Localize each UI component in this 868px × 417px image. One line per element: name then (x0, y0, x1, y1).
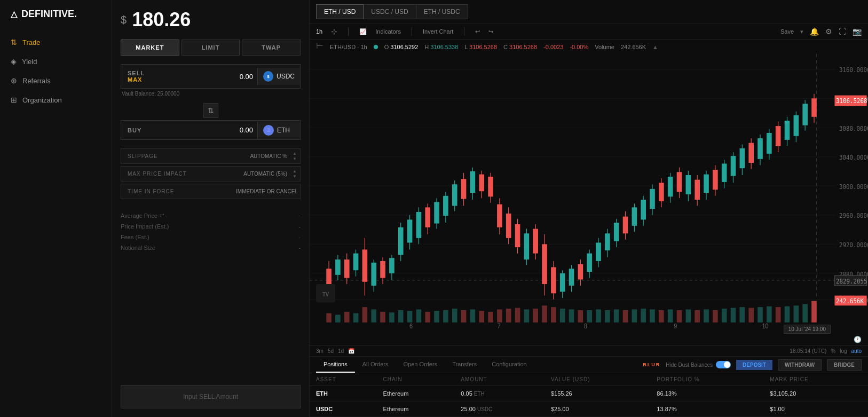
svg-rect-91 (677, 172, 682, 192)
svg-rect-73 (596, 242, 601, 261)
invert-chart-label[interactable]: Invert Chart (423, 28, 453, 35)
chart-area[interactable]: 3160.0000 3120.0000 3080.0000 3040.0000 … (310, 54, 868, 345)
save-label[interactable]: Save (780, 28, 794, 35)
tf-1d[interactable]: 1d (338, 348, 344, 354)
tab-positions[interactable]: Positions (316, 357, 355, 373)
svg-text:3040.0000: 3040.0000 (839, 153, 868, 161)
swap-direction-button[interactable]: ⇅ (203, 103, 218, 118)
svg-rect-130 (398, 310, 404, 322)
slippage-arrows[interactable]: ▲ ▼ (289, 151, 300, 162)
svg-rect-161 (677, 310, 682, 322)
asset-cell: ETH (310, 386, 377, 402)
svg-rect-122 (326, 313, 332, 322)
sell-input[interactable] (159, 67, 257, 86)
svg-rect-15 (335, 259, 341, 275)
scale-pct[interactable]: % (831, 348, 835, 354)
svg-rect-171 (767, 306, 772, 322)
svg-rect-71 (587, 254, 592, 272)
scale-auto[interactable]: auto (851, 348, 862, 354)
bottom-panel: Positions All Orders Open Orders Transfe… (310, 356, 868, 417)
chart-tab-eth-usd[interactable]: ETH / USD (316, 4, 364, 19)
svg-rect-132 (416, 309, 422, 322)
submit-button[interactable]: Input SELL Amount (121, 385, 301, 408)
svg-rect-145 (533, 309, 538, 322)
app-title: DEFINITIVE. (21, 9, 77, 20)
camera-icon[interactable]: 📷 (853, 27, 862, 36)
svg-rect-23 (371, 263, 376, 286)
fullscreen-icon[interactable]: ⛶ (839, 27, 846, 36)
tf-5d[interactable]: 5d (328, 348, 334, 354)
svg-rect-152 (596, 309, 601, 322)
svg-rect-19 (353, 254, 359, 271)
svg-text:2920.0000: 2920.0000 (839, 241, 868, 249)
svg-rect-169 (748, 308, 754, 322)
slippage-down-arrow[interactable]: ▼ (293, 156, 297, 162)
max-price-impact-up-arrow[interactable]: ▲ (293, 169, 297, 174)
withdraw-button[interactable]: WITHDRAW (778, 359, 822, 371)
svg-rect-83 (641, 200, 646, 219)
chart-time-icon: 🕐 (854, 336, 862, 343)
svg-rect-37 (434, 202, 439, 223)
deposit-button[interactable]: DEPOSIT (736, 360, 772, 370)
svg-rect-147 (551, 307, 556, 322)
buy-token-selector[interactable]: Ξ ETH (257, 122, 300, 139)
svg-rect-17 (344, 259, 350, 278)
scale-log[interactable]: log (840, 348, 847, 354)
bridge-button[interactable]: BRIDGE (827, 359, 862, 371)
col-value-usd: VALUE (USD) (545, 373, 650, 386)
notional-size-value: - (298, 245, 301, 251)
hide-dust-toggle[interactable] (716, 361, 731, 368)
alert-icon[interactable]: 🔔 (810, 27, 819, 36)
sell-token-label: USDC (277, 73, 295, 80)
tab-all-orders[interactable]: All Orders (355, 357, 396, 373)
col-portfolio-pct: PORTFOLIO % (650, 373, 763, 386)
buy-input[interactable] (159, 121, 257, 139)
sidebar: △ DEFINITIVE. ⇅ Trade ◈ Yield ⊕ Referral… (0, 0, 112, 417)
timeframe-1h[interactable]: 1h (316, 28, 322, 35)
chart-icon-crosshair[interactable]: ⊹ (331, 27, 337, 36)
undo-icon[interactable]: ↩ (475, 28, 480, 35)
chart-tab-usdc-usd[interactable]: USDC / USD (364, 4, 416, 19)
indicators-label[interactable]: Indicators (375, 28, 401, 35)
sidebar-item-referrals[interactable]: ⊕ Referrals (0, 71, 112, 90)
sell-max-label[interactable]: MAX (128, 76, 142, 83)
svg-rect-49 (488, 177, 493, 196)
svg-rect-159 (659, 310, 664, 322)
svg-text:2829.2055: 2829.2055 (836, 277, 867, 285)
chart-expand-icon[interactable]: ⊢ (316, 41, 323, 51)
stat-notional-size: Notional Size - (121, 242, 301, 253)
tf-3m[interactable]: 3m (316, 348, 323, 354)
svg-rect-158 (650, 309, 655, 322)
sidebar-item-organization[interactable]: ⊞ Organization (0, 90, 112, 109)
ohlc-collapse-icon[interactable]: ▲ (652, 44, 658, 50)
svg-rect-57 (524, 233, 530, 259)
sidebar-item-yield[interactable]: ◈ Yield (0, 52, 112, 71)
tab-twap[interactable]: TWAP (242, 40, 301, 56)
chart-tab-eth-usdc[interactable]: ETH / USDC (416, 4, 468, 19)
sidebar-item-trade[interactable]: ⇅ Trade (0, 33, 112, 52)
tab-limit[interactable]: LIMIT (182, 40, 240, 56)
chart-bottom-bar: 3m 5d 1d 📅 18:05:14 (UTC) % log auto (310, 345, 868, 356)
save-dropdown-icon[interactable]: ▾ (800, 28, 803, 35)
hide-dust-control: Hide Dust Balances (666, 361, 731, 368)
amount-cell: 0.05 ETH (454, 386, 545, 402)
redo-icon[interactable]: ↪ (488, 28, 493, 35)
slippage-up-arrow[interactable]: ▲ (293, 151, 297, 156)
svg-rect-93 (686, 175, 691, 194)
tab-transfers[interactable]: Transfers (445, 357, 484, 373)
tab-market[interactable]: MARKET (121, 40, 179, 56)
svg-rect-164 (704, 309, 709, 322)
max-price-impact-down-arrow[interactable]: ▼ (293, 174, 297, 179)
settings-icon[interactable]: ⚙ (825, 27, 832, 36)
chart-panel: ETH / USD USDC / USD ETH / USDC 1h ⊹ 📈 I… (310, 0, 868, 417)
time-in-force-row: TIME IN FORCE IMMEDIATE OR CANCEL (121, 184, 301, 199)
logo-triangle: △ (11, 9, 17, 19)
max-price-impact-arrows[interactable]: ▲ ▼ (289, 169, 300, 179)
svg-text:TV: TV (322, 290, 329, 297)
tab-open-orders[interactable]: Open Orders (396, 357, 445, 373)
sell-token-selector[interactable]: $ USDC (257, 68, 300, 85)
tab-configuration[interactable]: Configuration (484, 357, 534, 373)
svg-rect-63 (551, 267, 556, 293)
time-utc: 18:05:14 (UTC) (790, 348, 826, 354)
calendar-icon[interactable]: 📅 (348, 348, 354, 354)
